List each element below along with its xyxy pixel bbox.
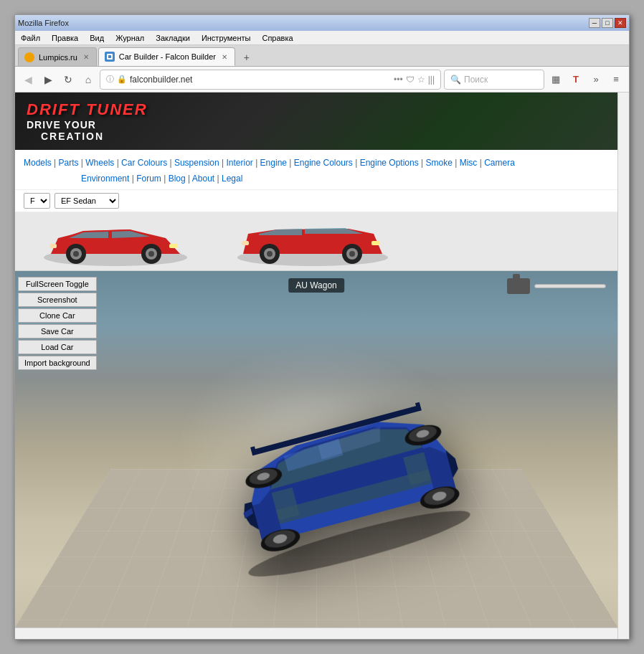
search-bar[interactable]: 🔍 Поиск [444, 70, 544, 90]
window-title: Mozilla Firefox [18, 19, 69, 27]
tab-carbuilder-label: Car Builder - Falcon Builder [119, 52, 216, 61]
nav-car-colours[interactable]: Car Colours [121, 158, 167, 168]
svg-rect-16 [371, 241, 380, 245]
save-car-button[interactable]: Save Car [18, 324, 97, 338]
shield-icon: 🛡 [406, 75, 415, 85]
menu-tools[interactable]: Инструменты [199, 32, 254, 44]
screenshot-button[interactable]: Screenshot [18, 293, 97, 307]
forward-button[interactable]: ▶ [39, 71, 57, 88]
menu-bar: Файл Правка Вид Журнал Закладки Инструме… [15, 31, 629, 45]
controls-row: F EF Sedan [15, 190, 629, 212]
tab-bar: Lumpics.ru ✕ Car Builder - Falcon Builde… [15, 45, 629, 67]
banner-line2: DRIVE YOUR [27, 119, 148, 131]
reload-button[interactable]: ↻ [60, 71, 77, 88]
nav-models[interactable]: Models [24, 158, 52, 168]
url-padlock: 🔒 [117, 75, 127, 84]
tab-carbuilder-close[interactable]: ✕ [220, 52, 229, 62]
car-preview-strip [15, 212, 617, 271]
car-preview-sedan[interactable] [37, 218, 194, 268]
model-type-dropdown[interactable]: EF Sedan [55, 193, 119, 209]
nav-blog[interactable]: Blog [169, 174, 186, 184]
nav-about[interactable]: About [192, 174, 214, 184]
title-bar-controls: ─ □ ✕ [589, 18, 626, 28]
banner-text: DRIFT TUNER DRIVE YOUR CREATION [27, 100, 148, 142]
new-tab-button[interactable]: + [238, 49, 255, 66]
control-buttons-panel: FullScreen Toggle Screenshot Clone Car S… [18, 277, 97, 370]
svg-point-15 [349, 251, 355, 257]
nav-legal[interactable]: Legal [222, 174, 242, 184]
svg-rect-17 [242, 241, 249, 245]
nav-engine-colours[interactable]: Engine Colours [294, 158, 353, 168]
lock-icon: ⓘ [106, 74, 114, 85]
page-scrollbar[interactable] [617, 93, 629, 639]
sidebar-toggle-button[interactable]: ▦ [547, 71, 564, 88]
model-category-dropdown[interactable]: F [24, 193, 50, 209]
import-background-button[interactable]: Import background [18, 356, 97, 370]
tab-lumpics-close[interactable]: ✕ [82, 52, 90, 62]
search-icon: 🔍 [450, 75, 461, 85]
nav-misc[interactable]: Misc [460, 158, 478, 168]
reader-view-button[interactable]: T [567, 71, 584, 88]
home-button[interactable]: ⌂ [80, 71, 97, 88]
svg-point-12 [267, 251, 273, 257]
camera-icon-area [507, 278, 606, 294]
svg-rect-7 [169, 244, 178, 248]
banner-line3: CREATION [41, 131, 148, 142]
nav-links: Models | Parts | Wheels | Car Colours | … [15, 150, 629, 190]
more-tools-button[interactable]: » [587, 71, 605, 88]
page-content: DRIFT TUNER DRIVE YOUR CREATION Models |… [15, 93, 629, 639]
nav-interior[interactable]: Interior [226, 158, 252, 168]
nav-environment[interactable]: Environment [81, 174, 129, 184]
title-bar-left: Mozilla Firefox [18, 19, 69, 27]
back-button[interactable]: ◀ [19, 71, 37, 88]
svg-rect-8 [49, 244, 57, 248]
menu-file[interactable]: Файл [18, 32, 43, 44]
bookmark-icon[interactable]: ||| [428, 75, 435, 85]
search-placeholder: Поиск [464, 75, 488, 85]
close-button[interactable]: ✕ [615, 18, 626, 28]
load-car-button[interactable]: Load Car [18, 340, 97, 354]
camera-icon [507, 278, 530, 294]
nav-forum[interactable]: Forum [136, 174, 161, 184]
nav-engine-options[interactable]: Engine Options [360, 158, 419, 168]
menu-edit[interactable]: Правка [49, 32, 81, 44]
tab-lumpics[interactable]: Lumpics.ru ✕ [18, 47, 97, 66]
viewport-area: AU Wagon [15, 212, 629, 639]
browser-window: Mozilla Firefox ─ □ ✕ Файл Правка Вид Жу… [14, 14, 630, 640]
tab-carbuilder-icon [105, 52, 115, 62]
scene-3d[interactable]: AU Wagon [15, 271, 617, 627]
tab-lumpics-icon [24, 52, 34, 62]
tab-lumpics-label: Lumpics.ru [39, 53, 77, 62]
car-preview-wagon[interactable] [230, 218, 395, 268]
svg-point-3 [73, 251, 79, 257]
nav-suspension[interactable]: Suspension [174, 158, 219, 168]
svg-point-6 [148, 251, 154, 257]
menu-help[interactable]: Справка [259, 32, 295, 44]
nav-engine[interactable]: Engine [260, 158, 287, 168]
title-bar: Mozilla Firefox ─ □ ✕ [15, 15, 629, 31]
camera-slider[interactable] [534, 284, 606, 288]
url-bar[interactable]: ⓘ 🔒 falconbuilder.net ••• 🛡 ☆ ||| [100, 70, 441, 90]
nav-camera[interactable]: Camera [484, 158, 515, 168]
menu-journal[interactable]: Журнал [113, 32, 147, 44]
url-icons: ••• 🛡 ☆ ||| [394, 75, 435, 85]
minimize-button[interactable]: ─ [589, 18, 600, 28]
tab-carbuilder[interactable]: Car Builder - Falcon Builder ✕ [98, 47, 235, 66]
more-icon[interactable]: ••• [394, 75, 403, 85]
nav-parts[interactable]: Parts [58, 158, 78, 168]
url-text: falconbuilder.net [130, 75, 391, 85]
menu-bookmarks[interactable]: Закладки [153, 32, 193, 44]
star-icon[interactable]: ☆ [417, 75, 425, 85]
nav-wheels[interactable]: Wheels [85, 158, 114, 168]
banner-line1: DRIFT TUNER [27, 100, 148, 119]
hamburger-menu-button[interactable]: ≡ [607, 71, 625, 88]
address-bar: ◀ ▶ ↻ ⌂ ⓘ 🔒 falconbuilder.net ••• 🛡 ☆ ||… [15, 67, 629, 93]
nav-smoke[interactable]: Smoke [426, 158, 453, 168]
site-banner: DRIFT TUNER DRIVE YOUR CREATION [15, 93, 629, 150]
horizontal-scrollbar[interactable] [15, 627, 617, 639]
fullscreen-toggle-button[interactable]: FullScreen Toggle [18, 277, 97, 291]
clone-car-button[interactable]: Clone Car [18, 308, 97, 323]
maximize-button[interactable]: □ [602, 18, 613, 28]
toolbar-extras: ▦ T » ≡ [547, 71, 625, 88]
menu-view[interactable]: Вид [87, 32, 107, 44]
